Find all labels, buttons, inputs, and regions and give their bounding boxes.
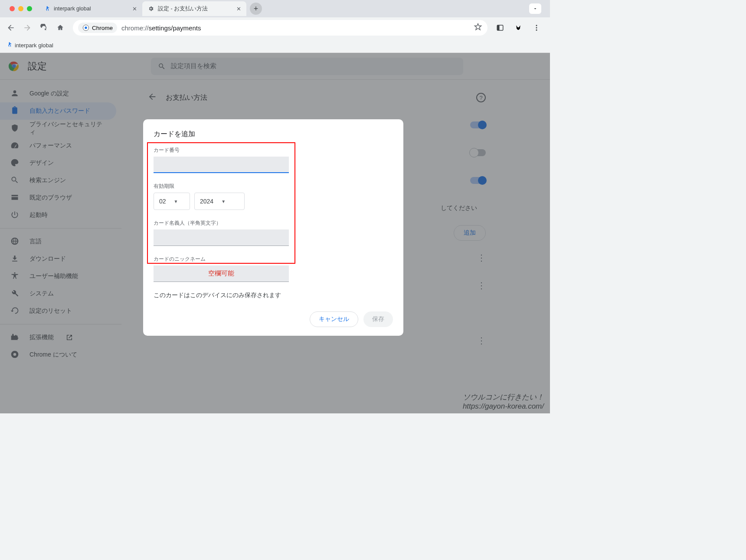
card-number-field: カード番号 [154, 147, 393, 173]
modal-note: このカードはこのデバイスにのみ保存されます [154, 291, 393, 299]
menu-icon[interactable] [529, 20, 544, 35]
toolbar-right [493, 20, 546, 35]
gear-icon [147, 5, 154, 12]
cardholder-input[interactable] [154, 229, 289, 246]
maximize-window-button[interactable] [27, 6, 32, 11]
site-chip[interactable]: Chrome [78, 23, 117, 33]
tab-interpark[interactable]: interpark global ✕ [38, 1, 142, 16]
interpark-favicon [43, 5, 50, 12]
cardholder-label: カード名義人（半角英文字） [154, 219, 393, 227]
bookmark-item[interactable]: interpark global [15, 42, 53, 49]
site-chip-label: Chrome [92, 25, 113, 31]
caret-down-icon: ▼ [174, 199, 178, 204]
minimize-window-button[interactable] [18, 6, 23, 11]
profile-avatar-icon[interactable] [511, 20, 526, 35]
cancel-button[interactable]: キャンセル [310, 311, 358, 327]
tabs-dropdown-button[interactable] [529, 3, 541, 14]
bookmark-star-icon[interactable] [474, 23, 482, 33]
add-card-modal: カードを追加 カード番号 有効期限 02 ▼ 2024 ▼ カード名義人（半角英… [143, 119, 403, 336]
svg-rect-3 [497, 25, 499, 30]
card-number-input[interactable] [154, 157, 289, 173]
close-window-button[interactable] [10, 6, 15, 11]
nickname-input[interactable] [154, 265, 289, 282]
close-tab-icon[interactable]: ✕ [132, 6, 137, 12]
watermark-line1: ソウルコンに行きたい！ [463, 392, 544, 402]
expiry-month-select[interactable]: 02 ▼ [154, 193, 190, 210]
browser-chrome: interpark global ✕ 設定 - お支払い方法 ✕ + [0, 0, 550, 53]
forward-button[interactable] [20, 20, 35, 35]
window-controls [3, 6, 38, 11]
card-number-label: カード番号 [154, 147, 393, 154]
svg-point-1 [85, 26, 87, 29]
browser-toolbar: Chrome chrome://settings/payments [0, 17, 550, 38]
expiry-field: 有効期限 02 ▼ 2024 ▼ [154, 183, 393, 210]
cardholder-field: カード名義人（半角英文字） [154, 219, 393, 246]
tab-title: interpark global [54, 6, 91, 12]
tab-strip: interpark global ✕ 設定 - お支払い方法 ✕ + [0, 0, 550, 17]
home-button[interactable] [53, 20, 68, 35]
nickname-label: カードのニックネーム [154, 255, 393, 263]
expiry-label: 有効期限 [154, 183, 393, 190]
modal-actions: キャンセル 保存 [154, 311, 393, 327]
new-tab-button[interactable]: + [250, 3, 262, 15]
tab-title: 設定 - お支払い方法 [158, 5, 208, 13]
tab-settings[interactable]: 設定 - お支払い方法 ✕ [142, 1, 246, 16]
expiry-year-value: 2024 [200, 198, 213, 205]
expiry-month-value: 02 [159, 198, 166, 205]
expiry-year-select[interactable]: 2024 ▼ [194, 193, 245, 210]
caret-down-icon: ▼ [221, 199, 226, 204]
save-button[interactable]: 保存 [363, 311, 393, 327]
side-panel-icon[interactable] [493, 20, 507, 35]
svg-point-6 [536, 29, 537, 31]
svg-point-5 [536, 27, 537, 29]
address-bar[interactable]: Chrome chrome://settings/payments [73, 20, 488, 36]
url-text: chrome://settings/payments [121, 24, 201, 32]
reload-button[interactable] [36, 20, 51, 35]
back-button[interactable] [3, 20, 18, 35]
modal-title: カードを追加 [154, 130, 393, 139]
watermark: ソウルコンに行きたい！ https://gayon-korea.com/ [463, 392, 544, 411]
bookmark-bar: interpark global [0, 38, 550, 53]
watermark-line2: https://gayon-korea.com/ [463, 402, 544, 411]
bookmark-favicon [6, 42, 12, 49]
nickname-field: カードのニックネーム [154, 255, 393, 282]
close-tab-icon[interactable]: ✕ [236, 6, 241, 12]
svg-point-4 [536, 25, 537, 26]
